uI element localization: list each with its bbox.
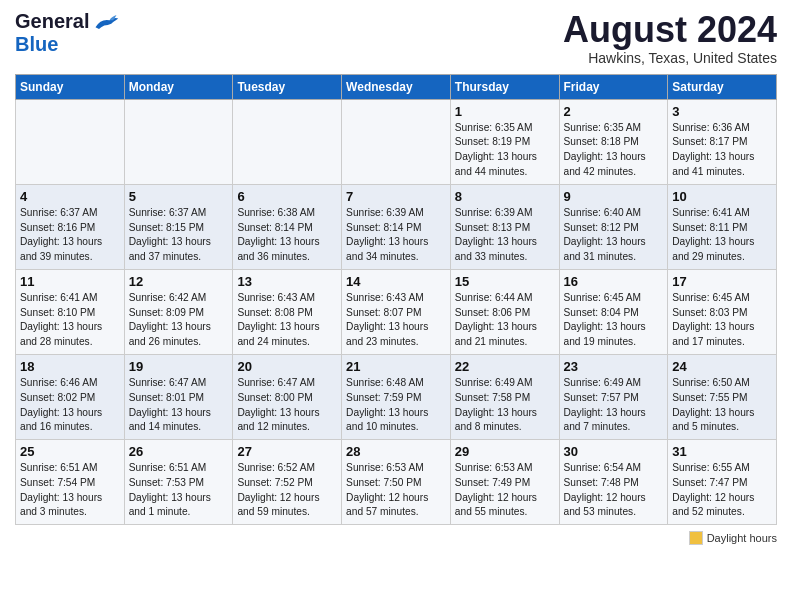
calendar-cell-20: 20Sunrise: 6:47 AM Sunset: 8:00 PM Dayli… [233, 354, 342, 439]
calendar-cell-12: 12Sunrise: 6:42 AM Sunset: 8:09 PM Dayli… [124, 269, 233, 354]
day-number: 18 [20, 359, 120, 374]
calendar-cell-1: 1Sunrise: 6:35 AM Sunset: 8:19 PM Daylig… [450, 99, 559, 184]
calendar-cell-26: 26Sunrise: 6:51 AM Sunset: 7:53 PM Dayli… [124, 440, 233, 525]
day-info: Sunrise: 6:38 AM Sunset: 8:14 PM Dayligh… [237, 206, 337, 265]
day-number: 16 [564, 274, 664, 289]
calendar-cell-18: 18Sunrise: 6:46 AM Sunset: 8:02 PM Dayli… [16, 354, 125, 439]
calendar-cell-19: 19Sunrise: 6:47 AM Sunset: 8:01 PM Dayli… [124, 354, 233, 439]
calendar-cell-2: 2Sunrise: 6:35 AM Sunset: 8:18 PM Daylig… [559, 99, 668, 184]
daylight-legend-item: Daylight hours [689, 531, 777, 545]
day-number: 24 [672, 359, 772, 374]
day-number: 27 [237, 444, 337, 459]
day-info: Sunrise: 6:45 AM Sunset: 8:03 PM Dayligh… [672, 291, 772, 350]
calendar-cell-25: 25Sunrise: 6:51 AM Sunset: 7:54 PM Dayli… [16, 440, 125, 525]
day-number: 21 [346, 359, 446, 374]
day-number: 15 [455, 274, 555, 289]
logo: General Blue [15, 10, 120, 56]
day-number: 13 [237, 274, 337, 289]
weekday-header-row: SundayMondayTuesdayWednesdayThursdayFrid… [16, 74, 777, 99]
day-info: Sunrise: 6:55 AM Sunset: 7:47 PM Dayligh… [672, 461, 772, 520]
title-section: August 2024 Hawkins, Texas, United State… [563, 10, 777, 66]
weekday-header-thursday: Thursday [450, 74, 559, 99]
calendar-week-row: 11Sunrise: 6:41 AM Sunset: 8:10 PM Dayli… [16, 269, 777, 354]
calendar-cell-16: 16Sunrise: 6:45 AM Sunset: 8:04 PM Dayli… [559, 269, 668, 354]
day-info: Sunrise: 6:53 AM Sunset: 7:49 PM Dayligh… [455, 461, 555, 520]
calendar-cell-22: 22Sunrise: 6:49 AM Sunset: 7:58 PM Dayli… [450, 354, 559, 439]
page-header: General Blue August 2024 Hawkins, Texas,… [15, 10, 777, 66]
weekday-header-friday: Friday [559, 74, 668, 99]
weekday-header-sunday: Sunday [16, 74, 125, 99]
day-number: 29 [455, 444, 555, 459]
day-info: Sunrise: 6:45 AM Sunset: 8:04 PM Dayligh… [564, 291, 664, 350]
calendar-week-row: 1Sunrise: 6:35 AM Sunset: 8:19 PM Daylig… [16, 99, 777, 184]
day-number: 7 [346, 189, 446, 204]
calendar-cell-21: 21Sunrise: 6:48 AM Sunset: 7:59 PM Dayli… [342, 354, 451, 439]
weekday-header-saturday: Saturday [668, 74, 777, 99]
day-number: 19 [129, 359, 229, 374]
calendar-week-row: 25Sunrise: 6:51 AM Sunset: 7:54 PM Dayli… [16, 440, 777, 525]
day-info: Sunrise: 6:43 AM Sunset: 8:07 PM Dayligh… [346, 291, 446, 350]
day-number: 10 [672, 189, 772, 204]
calendar-cell-31: 31Sunrise: 6:55 AM Sunset: 7:47 PM Dayli… [668, 440, 777, 525]
day-number: 14 [346, 274, 446, 289]
daylight-legend-box [689, 531, 703, 545]
day-info: Sunrise: 6:41 AM Sunset: 8:11 PM Dayligh… [672, 206, 772, 265]
calendar-cell-3: 3Sunrise: 6:36 AM Sunset: 8:17 PM Daylig… [668, 99, 777, 184]
day-number: 26 [129, 444, 229, 459]
calendar-cell-10: 10Sunrise: 6:41 AM Sunset: 8:11 PM Dayli… [668, 184, 777, 269]
calendar-cell-24: 24Sunrise: 6:50 AM Sunset: 7:55 PM Dayli… [668, 354, 777, 439]
day-number: 12 [129, 274, 229, 289]
calendar-cell-empty [342, 99, 451, 184]
calendar-cell-15: 15Sunrise: 6:44 AM Sunset: 8:06 PM Dayli… [450, 269, 559, 354]
calendar-cell-17: 17Sunrise: 6:45 AM Sunset: 8:03 PM Dayli… [668, 269, 777, 354]
day-number: 17 [672, 274, 772, 289]
day-info: Sunrise: 6:39 AM Sunset: 8:14 PM Dayligh… [346, 206, 446, 265]
day-number: 6 [237, 189, 337, 204]
calendar-cell-4: 4Sunrise: 6:37 AM Sunset: 8:16 PM Daylig… [16, 184, 125, 269]
daylight-legend-label: Daylight hours [707, 532, 777, 544]
day-info: Sunrise: 6:35 AM Sunset: 8:18 PM Dayligh… [564, 121, 664, 180]
day-info: Sunrise: 6:49 AM Sunset: 7:57 PM Dayligh… [564, 376, 664, 435]
day-info: Sunrise: 6:48 AM Sunset: 7:59 PM Dayligh… [346, 376, 446, 435]
day-number: 1 [455, 104, 555, 119]
calendar-cell-9: 9Sunrise: 6:40 AM Sunset: 8:12 PM Daylig… [559, 184, 668, 269]
day-info: Sunrise: 6:37 AM Sunset: 8:15 PM Dayligh… [129, 206, 229, 265]
location-subtitle: Hawkins, Texas, United States [563, 50, 777, 66]
day-number: 20 [237, 359, 337, 374]
day-number: 31 [672, 444, 772, 459]
day-info: Sunrise: 6:43 AM Sunset: 8:08 PM Dayligh… [237, 291, 337, 350]
calendar-cell-13: 13Sunrise: 6:43 AM Sunset: 8:08 PM Dayli… [233, 269, 342, 354]
day-info: Sunrise: 6:51 AM Sunset: 7:54 PM Dayligh… [20, 461, 120, 520]
calendar-cell-empty [233, 99, 342, 184]
calendar-cell-14: 14Sunrise: 6:43 AM Sunset: 8:07 PM Dayli… [342, 269, 451, 354]
calendar-week-row: 4Sunrise: 6:37 AM Sunset: 8:16 PM Daylig… [16, 184, 777, 269]
day-info: Sunrise: 6:42 AM Sunset: 8:09 PM Dayligh… [129, 291, 229, 350]
calendar-week-row: 18Sunrise: 6:46 AM Sunset: 8:02 PM Dayli… [16, 354, 777, 439]
logo-blue-text: Blue [15, 33, 58, 55]
day-number: 8 [455, 189, 555, 204]
calendar-cell-30: 30Sunrise: 6:54 AM Sunset: 7:48 PM Dayli… [559, 440, 668, 525]
day-info: Sunrise: 6:49 AM Sunset: 7:58 PM Dayligh… [455, 376, 555, 435]
weekday-header-monday: Monday [124, 74, 233, 99]
day-info: Sunrise: 6:35 AM Sunset: 8:19 PM Dayligh… [455, 121, 555, 180]
day-info: Sunrise: 6:40 AM Sunset: 8:12 PM Dayligh… [564, 206, 664, 265]
day-info: Sunrise: 6:51 AM Sunset: 7:53 PM Dayligh… [129, 461, 229, 520]
calendar-cell-27: 27Sunrise: 6:52 AM Sunset: 7:52 PM Dayli… [233, 440, 342, 525]
weekday-header-wednesday: Wednesday [342, 74, 451, 99]
calendar-cell-29: 29Sunrise: 6:53 AM Sunset: 7:49 PM Dayli… [450, 440, 559, 525]
day-number: 22 [455, 359, 555, 374]
weekday-header-tuesday: Tuesday [233, 74, 342, 99]
day-number: 2 [564, 104, 664, 119]
day-number: 5 [129, 189, 229, 204]
calendar-cell-28: 28Sunrise: 6:53 AM Sunset: 7:50 PM Dayli… [342, 440, 451, 525]
day-info: Sunrise: 6:50 AM Sunset: 7:55 PM Dayligh… [672, 376, 772, 435]
logo-general-text: General [15, 10, 89, 33]
day-info: Sunrise: 6:53 AM Sunset: 7:50 PM Dayligh… [346, 461, 446, 520]
calendar-cell-7: 7Sunrise: 6:39 AM Sunset: 8:14 PM Daylig… [342, 184, 451, 269]
day-number: 23 [564, 359, 664, 374]
day-info: Sunrise: 6:44 AM Sunset: 8:06 PM Dayligh… [455, 291, 555, 350]
calendar-cell-6: 6Sunrise: 6:38 AM Sunset: 8:14 PM Daylig… [233, 184, 342, 269]
calendar-table: SundayMondayTuesdayWednesdayThursdayFrid… [15, 74, 777, 526]
month-year-title: August 2024 [563, 10, 777, 50]
calendar-cell-8: 8Sunrise: 6:39 AM Sunset: 8:13 PM Daylig… [450, 184, 559, 269]
